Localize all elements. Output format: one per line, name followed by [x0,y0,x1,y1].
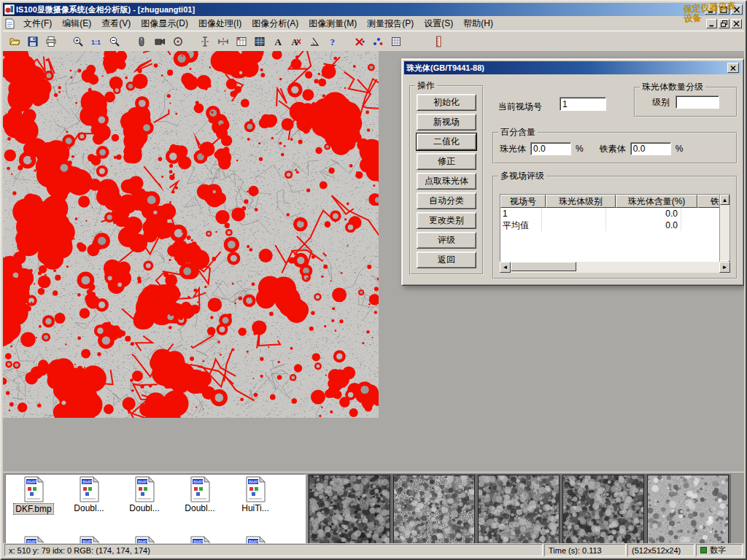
delete-x-icon[interactable] [352,34,368,50]
angle-measure-icon[interactable] [306,34,322,50]
toolbar-separator [125,34,131,50]
open-icon[interactable] [7,34,23,50]
toolbar-separator [343,34,349,50]
ferrite-value-input[interactable] [630,142,671,155]
toolbar-separator [406,34,428,50]
minimize-button[interactable] [705,4,716,15]
menu-item-9[interactable]: 设置(S) [419,16,458,31]
ruler-icon[interactable] [430,34,446,50]
menu-bar: 文件(F)编辑(E)查看(V)图像显示(D)图像处理(I)图像分析(A)图像测量… [3,16,744,31]
app-window: IS100显微摄像系统(金相分析版) - [zhuguangti01] 保定仪器… [0,0,747,560]
dialog-close-button[interactable] [727,63,739,73]
bmp-file-icon: BMP [244,476,268,502]
video-camera-icon[interactable] [152,34,168,50]
file-item[interactable]: BMPDKF.bmp [6,476,61,515]
menu-item-7[interactable]: 图像测量(M) [303,16,362,31]
menu-item-8[interactable]: 测量报告(P) [362,16,419,31]
table-header-4[interactable]: 铁素 [697,195,722,208]
title-bar[interactable]: IS100显微摄像系统(金相分析版) - [zhuguangti01] [3,3,744,16]
op-button-评级[interactable]: 评级 [417,232,476,249]
level-input[interactable] [676,96,719,109]
dark-grid-icon[interactable] [252,34,268,50]
thumbnail-2[interactable] [393,475,475,544]
file-item[interactable]: BMPDoubl... [117,476,172,515]
thumbnail-4[interactable] [562,475,644,544]
svg-text:BMP: BMP [193,480,203,484]
scroll-up-arrow[interactable]: ▲ [720,195,729,205]
pearlite-value-input[interactable] [530,142,571,155]
child-minimize-button[interactable] [706,19,717,28]
actual-size-icon[interactable]: 1:1 [88,34,104,50]
bmp-file-icon: BMP [188,476,212,502]
scrollbar-thumb[interactable] [511,262,576,271]
dialog-titlebar[interactable]: 珠光体(GB/T9441-88) [404,61,741,74]
maximize-button[interactable] [718,4,729,15]
zoom-out-icon[interactable] [107,34,123,50]
table-row[interactable]: 平均值0.0 [500,219,721,231]
thumbnail-3[interactable] [478,475,560,544]
ferrite-unit-label: % [676,144,684,154]
table-header-3[interactable]: 珠光体含量(%) [616,195,697,208]
thumbnail-5[interactable] [647,475,729,544]
text-a-icon[interactable]: A [270,34,286,50]
print-icon[interactable] [43,34,59,50]
op-button-修正[interactable]: 修正 [417,153,476,170]
menu-item-3[interactable]: 查看(V) [96,16,136,31]
file-item[interactable]: BMPHuiTi... [228,476,283,515]
svg-text:?: ? [330,36,336,47]
table-vertical-scrollbar[interactable]: ▲ ▼ [719,194,730,271]
thumbnail-1[interactable] [309,475,390,544]
file-item[interactable]: BMPDoubl... [61,476,117,515]
op-button-更改类别[interactable]: 更改类别 [417,212,476,229]
zoom-in-icon[interactable] [70,34,86,50]
pointer-icon[interactable] [133,34,150,50]
scroll-left-arrow[interactable]: ◄ [500,262,511,273]
table-header-1[interactable]: 视场号 [500,195,546,208]
table-row[interactable]: 10.0 [500,208,721,219]
close-button[interactable] [731,4,743,15]
status-image-size: (512x512x24) [627,544,694,556]
caliper-horizontal-icon[interactable] [215,34,231,50]
svg-text:BMP: BMP [249,480,258,484]
menu-item-1[interactable]: 文件(F) [18,16,57,31]
save-icon[interactable] [25,34,41,50]
caliper-vertical-icon[interactable] [197,34,213,50]
document-icon [5,18,17,29]
toolbar: 1:1AA? [3,31,744,51]
percentage-group: 百分含量 珠光体 % 铁素体 % [492,126,738,164]
table-cell [542,219,606,231]
status-mode: 数字 [696,544,743,556]
op-button-初始化[interactable]: 初始化 [417,94,476,111]
menu-item-6[interactable]: 图像分析(A) [247,16,303,31]
table-header-2[interactable]: 珠光体级别 [546,195,616,208]
menu-item-2[interactable]: 编辑(E) [57,16,96,31]
grading-group-label: 珠光体数量分级 [640,81,705,93]
multifield-table[interactable]: 视场号珠光体级别珠光体含量(%)铁素 10.0平均值0.0 [500,194,722,271]
menu-item-4[interactable]: 图像显示(D) [136,16,193,31]
help-icon[interactable]: ? [325,34,341,50]
metallographic-image[interactable] [3,51,379,418]
op-button-返回[interactable]: 返回 [417,252,476,268]
file-browser[interactable]: BMPDKF.bmpBMPDoubl...BMPDoubl...BMPDoubl… [5,474,306,545]
file-item[interactable]: BMPDoubl... [172,476,228,515]
menu-item-5[interactable]: 图像处理(I) [193,16,247,31]
table-horizontal-scrollbar[interactable]: ◄ ► [500,262,730,273]
scrollbar-track[interactable] [511,262,719,273]
menu-item-10[interactable]: 帮助(H) [458,16,498,31]
capture-icon[interactable] [170,34,186,50]
op-button-新视场[interactable]: 新视场 [417,114,476,131]
current-field-input[interactable] [560,97,606,111]
text-strike-icon[interactable]: A [288,34,304,50]
measure-points-icon[interactable] [370,34,386,50]
op-button-点取珠光体[interactable]: 点取珠光体 [417,173,476,190]
child-restore-button[interactable] [719,19,729,28]
report-table-icon[interactable] [233,34,249,50]
status-position: x: 510 y: 79 idx: 0 RGB: (174, 174, 174) [4,544,543,556]
scroll-right-arrow[interactable]: ► [719,262,730,273]
file-label: Doubl... [183,503,216,513]
op-button-二值化[interactable]: 二值化 [417,133,476,150]
op-button-自动分类[interactable]: 自动分类 [417,192,476,209]
svg-text:BMP: BMP [82,480,92,484]
small-grid-icon[interactable] [388,34,404,50]
child-close-button[interactable] [731,19,742,28]
